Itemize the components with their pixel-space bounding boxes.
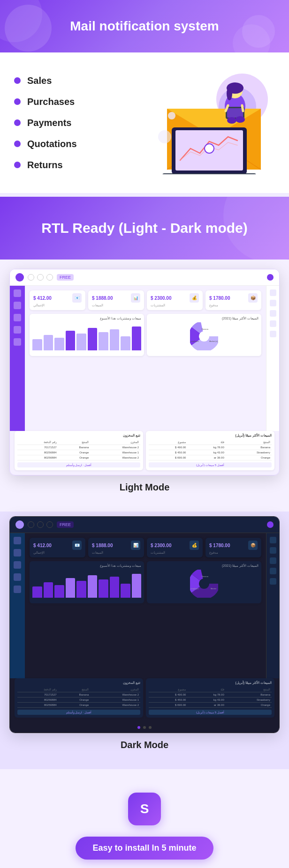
- pie-chart: المبيعات الأكثر مبيعًا (2021) Banana e: [147, 314, 261, 356]
- rtl-section: RTL Ready (Light - Dark mode): [0, 197, 289, 260]
- dashboard-content-dark: $ 412.00 📧 الإجمالي $ 1888.00 📊 المبيعات: [25, 533, 266, 678]
- bar: [88, 328, 98, 350]
- sidebar-icon: [14, 586, 21, 593]
- view-more-button-dark[interactable]: أفضل 5 مبيعات (أبريل): [149, 710, 272, 715]
- topbar-icons: [28, 274, 53, 281]
- svg-point-20: [227, 117, 236, 124]
- stat-value: $ 1780.00: [209, 296, 230, 301]
- cell: ar 39.00: [187, 455, 225, 460]
- rsb-icon: [270, 331, 276, 337]
- svg-text:Market: Market: [211, 587, 217, 590]
- dot: [149, 726, 152, 729]
- table-row: $ 490.00 kg 78.00 Banana: [149, 445, 272, 450]
- nav-icon: [46, 274, 53, 281]
- rsb-icon: [270, 300, 276, 306]
- svg-point-22: [168, 112, 175, 119]
- table-row: $ 690.00 ar 39.00 Orange: [149, 455, 272, 460]
- sidebar-icon: [14, 549, 21, 556]
- sidebar-icon: [14, 314, 21, 321]
- table: مجموع فئة المنتج $ 490.00 kg 78.00 Banan…: [149, 439, 272, 460]
- features-section: Sales Purchases Payments Quotations Retu…: [0, 52, 289, 193]
- table-dark: رقم الدفعة المنتج المخزن 70171527 Banana…: [17, 687, 140, 708]
- cell: kg 78.00: [187, 445, 225, 450]
- stat-label: الإجمالي: [33, 304, 82, 307]
- bar: [66, 331, 76, 350]
- bar: [110, 577, 120, 598]
- list-item: Returns: [14, 160, 77, 171]
- divider: [0, 193, 289, 197]
- logo-dot: [15, 520, 24, 529]
- stat-icon: 📧: [72, 293, 82, 303]
- dashboard-topbar-dark: FREE: [10, 517, 279, 533]
- mode-label: Light Mode: [9, 482, 280, 493]
- cell: Warehouse 2: [90, 703, 140, 708]
- install-button[interactable]: Easy to install In 5 minute: [76, 837, 213, 860]
- svg-point-15: [227, 87, 232, 100]
- cell: Strawberry: [226, 450, 272, 455]
- col-header: مجموع: [149, 439, 187, 445]
- stat-value: $ 1780.00: [209, 543, 230, 548]
- svg-text:Banana: Banana: [202, 328, 209, 330]
- view-more-button[interactable]: أفضل 5 مبيعات (أبريل): [149, 462, 272, 467]
- features-list: Sales Purchases Payments Quotations Retu…: [14, 75, 77, 171]
- stat-value: $ 2300.00: [151, 296, 172, 301]
- cell: Orange: [58, 450, 91, 455]
- charts-row-dark: مبيعات ومشتريات هذا الأسبوع: [30, 561, 261, 603]
- bar: [54, 338, 64, 350]
- sidebar-icon: [14, 289, 21, 297]
- svg-point-34: [199, 579, 209, 588]
- topbar-left: FREE: [15, 520, 74, 529]
- table-row: 70171527 Banana Warehouse 2: [17, 445, 140, 450]
- bar: [32, 586, 42, 598]
- cell: Orange: [58, 703, 91, 708]
- svg-text:Banana: Banana: [202, 575, 209, 578]
- stat-card: $ 1888.00 📊 المبيعات: [88, 290, 144, 310]
- bar: [99, 332, 108, 350]
- pie-chart-visual: Banana employee Market (e): [150, 322, 259, 350]
- table-row: 80256884 Orange Warehouse 2: [17, 455, 140, 460]
- col-header: المنتج: [226, 439, 272, 445]
- stat-card: $ 412.00 📧 الإجمالي: [30, 538, 85, 557]
- cell: Warehouse 2: [90, 692, 140, 697]
- cell: Warehouse 2: [90, 445, 140, 450]
- rsb-icon: [270, 547, 276, 554]
- sales-table: المبيعات الأكثر مبيعًا (أبريل) مجموع فئة…: [146, 431, 274, 470]
- sidebar-icon: [14, 326, 21, 334]
- feature-label: Purchases: [27, 96, 75, 107]
- table-row: 80256884 Orange Warehouse 1: [17, 450, 140, 455]
- cell: Orange: [226, 703, 272, 708]
- stat-label: مدفوع: [209, 551, 258, 555]
- sales-table-dark: المبيعات الأكثر مبيعًا (أبريل) مجموع فئة…: [146, 678, 274, 718]
- table-dark: مجموع فئة المنتج $ 490.00 kg 78.00 Banan…: [149, 687, 272, 708]
- stat-card: $ 412.00 📧 الإجمالي: [30, 290, 85, 310]
- cell: Orange: [58, 455, 91, 460]
- view-more-button-dark[interactable]: أفضل · ارسل وأستلم: [17, 710, 140, 715]
- sidebar-icon: [14, 338, 21, 346]
- cell: 70171527: [17, 692, 58, 697]
- stat-value: $ 1888.00: [92, 296, 113, 301]
- col-header: رقم الدفعة: [17, 687, 58, 692]
- logo-letter: S: [140, 801, 149, 816]
- view-more-button[interactable]: أفضل · ارسل وأستلم: [17, 462, 140, 467]
- bullet-icon: [14, 141, 21, 147]
- dot-active: [137, 726, 140, 729]
- col-header: رقم الدفعة: [17, 439, 58, 445]
- cell: 80256884: [17, 455, 58, 460]
- stats-row: $ 412.00 📧 الإجمالي $ 1888.00 📊 المبيعات: [30, 290, 261, 310]
- hero-illustration: [144, 71, 275, 174]
- svg-point-23: [158, 130, 171, 143]
- topbar-badge: FREE: [57, 274, 74, 281]
- col-header: المخزن: [90, 687, 140, 692]
- cell: kg 43.00: [187, 450, 225, 455]
- rsb-icon: [270, 578, 276, 585]
- table: رقم الدفعة المنتج المخزن 70171527 Banana…: [17, 439, 140, 460]
- stat-label: المبيعات: [92, 551, 140, 555]
- chart-title: مبيعات ومشتريات هذا الأسبوع: [32, 564, 141, 568]
- col-header: المنتج: [58, 687, 91, 692]
- inventory-table: تتبع المخزون رقم الدفعة المنتج المخزن 70…: [15, 431, 143, 470]
- bullet-icon: [14, 98, 21, 105]
- stat-icon: 💰: [190, 541, 199, 550]
- cell: Warehouse 2: [90, 455, 140, 460]
- inventory-table-dark: تتبع المخزون رقم الدفعة المنتج المخزن 70…: [15, 678, 143, 718]
- svg-point-11: [205, 144, 214, 153]
